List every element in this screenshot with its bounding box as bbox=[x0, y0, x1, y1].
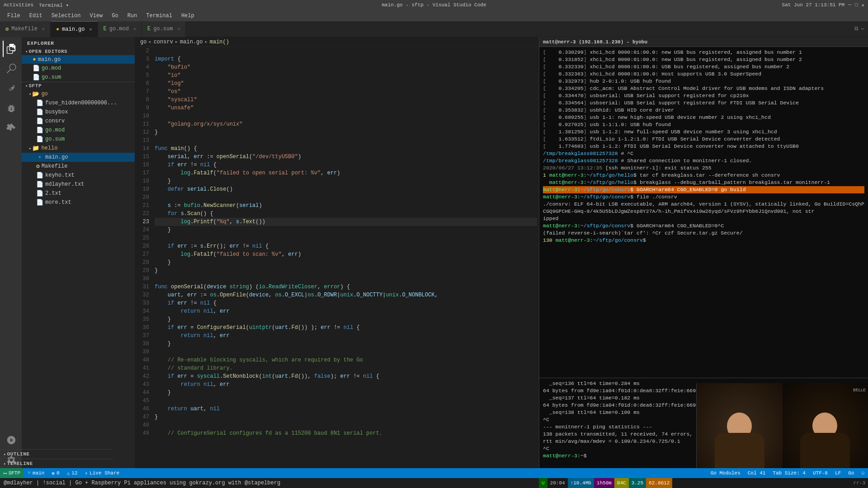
status-line-col[interactable]: Col 41 bbox=[744, 468, 769, 478]
sidebar-item-makefile[interactable]: ⚙ Makefile bbox=[22, 162, 135, 171]
code-line-12: } bbox=[155, 128, 537, 136]
line-num-7: 7 bbox=[137, 88, 149, 96]
webcam-brewery-label: BELLE bbox=[853, 388, 866, 392]
activities-menu[interactable]: Activities bbox=[4, 2, 33, 8]
tab-makefile-icon: ⚙ bbox=[5, 26, 9, 33]
minimize-icon[interactable]: ─ bbox=[848, 2, 851, 8]
term-line-8: [ 0.334564] usbserial: USB Serial suppor… bbox=[543, 99, 864, 107]
byobu-load2: 62.8G12 bbox=[646, 478, 672, 488]
mdlayher-label: mdlayher.txt bbox=[45, 181, 84, 188]
code-line-20 bbox=[155, 193, 537, 202]
sidebar-item-consrv[interactable]: 📄 consrv bbox=[22, 117, 135, 126]
activity-remote[interactable] bbox=[3, 432, 19, 448]
outline-header[interactable]: ▸ OUTLINE bbox=[22, 449, 113, 459]
code-line-44: } bbox=[155, 389, 537, 397]
tab-makefile[interactable]: ⚙ Makefile ✕ bbox=[0, 21, 51, 37]
encoding-label: UTF-8 bbox=[813, 470, 828, 476]
sidebar-item-go-sum[interactable]: 📄 go.sum bbox=[22, 135, 135, 144]
breadcrumb-main-go[interactable]: main.go bbox=[180, 39, 203, 45]
menu-run[interactable]: Run bbox=[124, 12, 141, 20]
sidebar-item-main-go[interactable]: 🔹 main.go bbox=[22, 153, 135, 162]
status-feedback[interactable]: ☺ bbox=[858, 468, 868, 478]
sidebar-item-go-sum-open[interactable]: 📄 go.sum bbox=[22, 73, 135, 82]
menu-go[interactable]: Go bbox=[108, 12, 122, 20]
sidebar-item-hello[interactable]: ▸ 📁 hello bbox=[22, 144, 135, 153]
activity-search[interactable] bbox=[3, 61, 19, 77]
breadcrumb-consrv[interactable]: consrv bbox=[154, 39, 173, 45]
errors-label: 0 bbox=[57, 470, 60, 476]
activity-explorer[interactable] bbox=[3, 41, 19, 57]
sidebar-item-2txt[interactable]: 📄 2.txt bbox=[22, 189, 135, 198]
editor-controls: ⧉ ⋯ bbox=[851, 26, 868, 33]
sidebar-item-fuse[interactable]: 📄 fuse_hidden00000000... bbox=[22, 99, 135, 108]
menu-view[interactable]: View bbox=[86, 12, 106, 20]
file-icon-main-go-open: ● bbox=[33, 56, 36, 63]
term-line-3: [ 0.332339] xhci_hcd 0000:01:00.0: USB b… bbox=[543, 63, 864, 70]
line-num-26: 26 bbox=[137, 242, 149, 250]
tab-go-sum[interactable]: E go.sum ✕ bbox=[142, 21, 186, 37]
language-label: Go bbox=[848, 470, 854, 476]
code-content[interactable]: import { "bufio" "io" "log" "os" "syscal… bbox=[153, 47, 539, 468]
sidebar-item-go-folder[interactable]: ▾ 📂 go bbox=[22, 89, 135, 99]
breadcrumb-go[interactable]: go bbox=[140, 39, 146, 45]
code-line-40: // Re-enable blocking syscalls, which ar… bbox=[155, 356, 537, 364]
line-num-31: 31 bbox=[137, 283, 149, 291]
close-icon[interactable]: ✕ bbox=[861, 2, 864, 8]
sftp-header[interactable]: ▾ SFTP bbox=[22, 82, 135, 89]
hello-icon: 📁 bbox=[32, 145, 39, 152]
tab-main-go[interactable]: ● main.go ✕ bbox=[51, 21, 98, 37]
sidebar-label-main-go-open: main.go bbox=[38, 56, 61, 63]
term-line-13: [ 1.633512] ftdi_sio 1-1.2:1.0: FTDI USB… bbox=[543, 136, 864, 143]
status-liveshare[interactable]: ⚡ Live Share bbox=[81, 468, 123, 478]
status-remote[interactable]: ⟷ SFTP bbox=[0, 468, 24, 478]
sidebar-item-main-go-open[interactable]: ● main.go bbox=[22, 55, 135, 64]
status-go-modules[interactable]: Go Modules bbox=[707, 468, 744, 478]
open-editors-header[interactable]: ▾ OPEN EDITORS bbox=[22, 48, 135, 55]
split-editor-icon[interactable]: ⧉ bbox=[854, 26, 859, 32]
tab-go-mod-close[interactable]: ✕ bbox=[133, 26, 136, 32]
line-num-38: 38 bbox=[137, 340, 149, 348]
term-line-16: /tmp/breakglass081257328 # Shared connec… bbox=[543, 157, 864, 164]
byobu-uptime-label: 1h50m bbox=[597, 480, 612, 486]
terminal-menu[interactable]: Terminal ▾ bbox=[39, 2, 69, 8]
maximize-icon[interactable]: □ bbox=[855, 2, 858, 8]
status-line-ending[interactable]: LF bbox=[831, 468, 844, 478]
status-remote-icon: ⟷ bbox=[4, 470, 7, 476]
menu-file[interactable]: File bbox=[4, 12, 24, 20]
status-language[interactable]: Go bbox=[844, 468, 858, 478]
code-line-45 bbox=[155, 397, 537, 405]
terminal-content[interactable]: [ 0.330299] xhci_hcd 0000:01:00.0: new U… bbox=[539, 47, 868, 378]
status-branch[interactable]: ⑂ main bbox=[24, 468, 48, 478]
tab-makefile-close[interactable]: ✕ bbox=[42, 26, 45, 32]
code-line-16: if err != nil { bbox=[155, 161, 537, 169]
sidebar-item-moretxt[interactable]: 📄 more.txt bbox=[22, 198, 135, 207]
sidebar-item-busybox[interactable]: 📄 busybox bbox=[22, 108, 135, 117]
status-encoding[interactable]: UTF-8 bbox=[809, 468, 831, 478]
tab-main-go-close[interactable]: ✕ bbox=[90, 27, 92, 32]
line-col-label: Col 41 bbox=[748, 470, 766, 476]
menu-edit[interactable]: Edit bbox=[26, 12, 46, 20]
activity-source-control[interactable] bbox=[3, 80, 19, 97]
menu-terminal[interactable]: Terminal bbox=[142, 12, 176, 20]
timeline-header[interactable]: ▸ TIMELINE bbox=[22, 459, 113, 468]
term-line-24: (failed reverse-i-search)`tar cf': ^Cr c… bbox=[543, 230, 864, 237]
sidebar-item-keyho[interactable]: 📄 keyho.txt bbox=[22, 171, 135, 180]
sidebar-item-mdlayher[interactable]: 📄 mdlayher.txt bbox=[22, 180, 135, 189]
menu-help[interactable]: Help bbox=[178, 12, 198, 20]
sidebar-item-go-mod[interactable]: 📄 go.mod bbox=[22, 126, 135, 135]
code-editor[interactable]: 2 3 4 5 6 7 8 9 10 11 12 13 14 15 16 17 … bbox=[135, 47, 539, 468]
status-tab-size[interactable]: Tab Size: 4 bbox=[769, 468, 809, 478]
breadcrumb-main-fn[interactable]: main() bbox=[210, 39, 229, 45]
menu-selection[interactable]: Selection bbox=[48, 12, 85, 20]
sidebar-item-go-mod-open[interactable]: 📄 go.mod bbox=[22, 64, 135, 73]
more-actions-icon[interactable]: ⋯ bbox=[861, 26, 864, 33]
tab-go-mod[interactable]: E go.mod ✕ bbox=[98, 21, 142, 37]
activity-extensions[interactable] bbox=[3, 120, 19, 136]
byobu-uptime: 1h50m bbox=[594, 478, 614, 488]
tab-go-sum-close[interactable]: ✕ bbox=[177, 26, 180, 32]
activity-debug[interactable] bbox=[3, 100, 19, 117]
status-warnings[interactable]: ⚠ 12 bbox=[63, 468, 81, 478]
webcam-right-content: BELLE bbox=[783, 383, 868, 478]
byobu-memory-label: ↑10.4Mb bbox=[571, 480, 591, 486]
status-errors[interactable]: ⊗ 0 bbox=[48, 468, 63, 478]
